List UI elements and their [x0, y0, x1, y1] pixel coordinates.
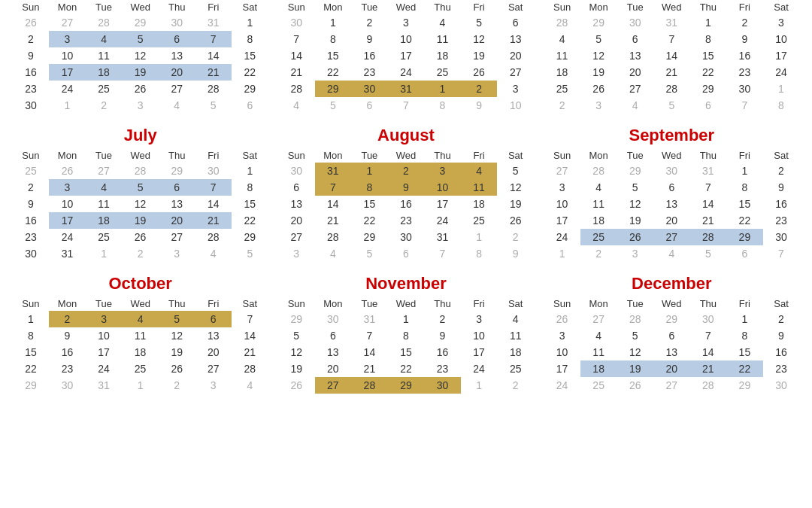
table-row: 22 23 24 25 26 27 28 [13, 360, 268, 377]
row-top: Sun Mon Tue Wed Thu Fri Sat 26 27 28 29 [8, 0, 804, 114]
month-title-september: September [544, 126, 799, 145]
dow-sat: Sat [232, 297, 268, 311]
row-middle: July Sun Mon Tue Wed Thu Fri Sat 25 [8, 126, 804, 262]
table-row: 3 4 5 6 7 8 9 [544, 179, 799, 196]
table-row: 28 29 30 31 1 2 3 [544, 14, 799, 31]
dow-thu: Thu [159, 0, 195, 14]
table-row: 8 9 10 11 12 13 14 [13, 327, 268, 344]
dow-tue: Tue [86, 297, 123, 311]
table-row: 27 28 29 30 31 1 2 [278, 229, 534, 245]
month-august: August Sun Mon Tue Wed Thu Fri Sat 30 [278, 126, 534, 262]
month-september: September Sun Mon Tue Wed Thu Fri Sat [544, 126, 799, 262]
table-row: 5 6 7 8 9 10 11 [278, 327, 534, 344]
dow-thu: Thu [424, 0, 461, 14]
dow-fri: Fri [195, 0, 232, 14]
dow-thu: Thu [424, 297, 461, 311]
dow-wed: Wed [122, 148, 159, 163]
dow-sun: Sun [278, 297, 315, 311]
table-row: 25 26 27 28 29 30 1 [13, 163, 268, 179]
table-row: 17 18 19 20 21 22 23 [544, 360, 799, 377]
month-july: July Sun Mon Tue Wed Thu Fri Sat 25 [13, 126, 268, 262]
dow-wed: Wed [653, 148, 690, 163]
table-row: 2 3 4 5 6 7 8 [13, 31, 268, 47]
dow-sun: Sun [278, 148, 315, 163]
month-april: Sun Mon Tue Wed Thu Fri Sat 26 27 28 29 [13, 0, 268, 114]
table-row: 2 3 4 5 6 7 8 [13, 179, 268, 196]
table-row: 16 17 18 19 20 21 22 [13, 212, 268, 229]
dow-sun: Sun [13, 297, 50, 311]
table-row: 10 11 12 13 14 15 16 [544, 196, 799, 212]
dow-sat: Sat [232, 148, 268, 163]
row-bottom: October Sun Mon Tue Wed Thu Fri Sat 1 [8, 274, 804, 394]
dow-thu: Thu [159, 297, 195, 311]
table-row: 25 26 27 28 29 30 1 [544, 81, 799, 97]
dow-wed: Wed [388, 148, 425, 163]
dow-fri: Fri [726, 148, 763, 163]
table-row: 23 24 25 26 27 28 29 [13, 81, 268, 97]
month-title-october: October [13, 274, 268, 294]
dow-sun: Sun [544, 297, 580, 311]
table-row: 3 4 5 6 7 8 9 [544, 327, 799, 344]
month-title-august: August [278, 126, 534, 145]
dow-sat: Sat [497, 297, 534, 311]
dow-tue: Tue [86, 148, 123, 163]
dow-fri: Fri [461, 0, 498, 14]
month-title-november: November [278, 274, 534, 294]
dow-mon: Mon [49, 297, 86, 311]
table-row: 4 5 6 7 8 9 10 [278, 97, 534, 114]
dow-tue: Tue [351, 0, 388, 14]
dow-wed: Wed [388, 0, 425, 14]
table-row: 7 8 9 10 11 12 13 [278, 31, 534, 47]
table-row: 26 27 28 29 30 1 2 [544, 311, 799, 327]
table-row: 12 13 14 15 16 17 18 [278, 344, 534, 360]
table-row: 9 10 11 12 13 14 15 [13, 196, 268, 212]
dow-tue: Tue [617, 148, 653, 163]
table-row: 30 1 2 3 4 5 6 [13, 97, 268, 114]
dow-thu: Thu [690, 148, 727, 163]
table-row: 16 17 18 19 20 21 22 [13, 64, 268, 81]
calendar-page: Sun Mon Tue Wed Thu Fri Sat 26 27 28 29 [0, 0, 812, 394]
dow-tue: Tue [617, 0, 653, 14]
table-row: 1 2 3 4 5 6 7 [13, 311, 268, 327]
table-row: 13 14 15 16 17 18 19 [278, 196, 534, 212]
table-row: 6 7 8 9 10 11 12 [278, 179, 534, 196]
dow-mon: Mon [315, 148, 352, 163]
dow-sat: Sat [763, 297, 800, 311]
dow-fri: Fri [195, 148, 232, 163]
table-row: 15 16 17 18 19 20 21 [13, 344, 268, 360]
dow-mon: Mon [580, 297, 617, 311]
table-row: 26 27 28 29 30 1 2 [278, 377, 534, 394]
dow-thu: Thu [424, 148, 461, 163]
table-row: 26 27 28 29 30 31 1 [13, 14, 268, 31]
dow-fri: Fri [726, 0, 763, 14]
dow-mon: Mon [580, 0, 617, 14]
dow-mon: Mon [49, 148, 86, 163]
dow-wed: Wed [653, 0, 690, 14]
dow-thu: Thu [690, 0, 727, 14]
table-row: 18 19 20 21 22 23 24 [544, 64, 799, 81]
table-row: 30 1 2 3 4 5 6 [278, 14, 534, 31]
dow-mon: Mon [49, 0, 86, 14]
dow-sun: Sun [13, 0, 50, 14]
month-title-december: December [544, 274, 799, 294]
table-row: 21 22 23 24 25 26 27 [278, 64, 534, 81]
dow-mon: Mon [315, 297, 352, 311]
table-row: 9 10 11 12 13 14 15 [13, 47, 268, 64]
table-row: 11 12 13 14 15 16 17 [544, 47, 799, 64]
dow-tue: Tue [86, 0, 123, 14]
dow-tue: Tue [351, 148, 388, 163]
month-november: November Sun Mon Tue Wed Thu Fri Sat [278, 274, 534, 394]
table-row: 17 18 19 20 21 22 23 [544, 212, 799, 229]
month-title-july: July [13, 126, 268, 145]
dow-sun: Sun [278, 0, 315, 14]
table-row: 1 2 3 4 5 6 7 [544, 245, 799, 262]
dow-thu: Thu [159, 148, 195, 163]
table-row: 29 30 31 1 2 3 4 [278, 311, 534, 327]
table-row: 14 15 16 17 18 19 20 [278, 47, 534, 64]
table-row: 24 25 26 27 28 29 30 [544, 229, 799, 245]
dow-sat: Sat [763, 148, 800, 163]
dow-sat: Sat [497, 0, 534, 14]
dow-wed: Wed [388, 297, 425, 311]
table-row: 4 5 6 7 8 9 10 [544, 31, 799, 47]
table-row: 19 20 21 22 23 24 25 [278, 360, 534, 377]
